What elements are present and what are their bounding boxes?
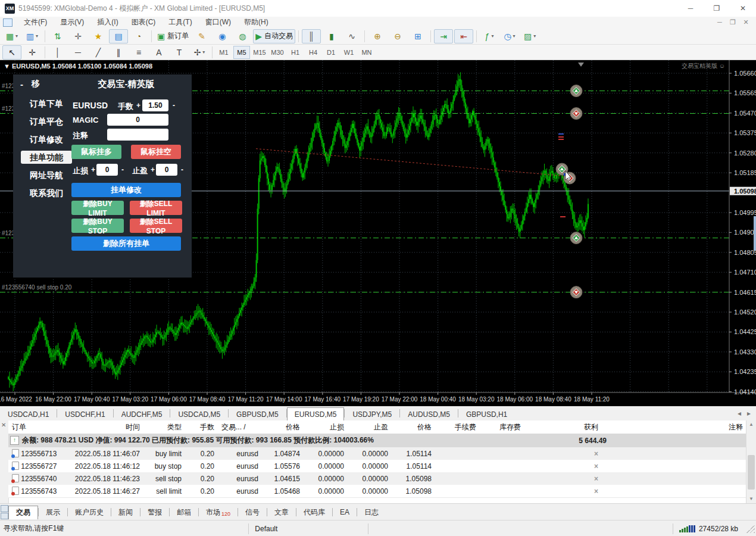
ea-menu-6[interactable]: 联系我们 (21, 186, 72, 200)
periods-button[interactable]: ◷▾ (500, 29, 519, 43)
column-header-1[interactable]: 订单 (8, 422, 65, 432)
terminal-button[interactable]: ▤ (109, 29, 128, 43)
order-row[interactable]: 1235567432022.05.18 11:46:27sell limit0.… (8, 485, 746, 498)
menu-2[interactable]: 显示(V) (54, 16, 90, 29)
mdi-minimize-icon[interactable]: ─ (713, 18, 726, 26)
tile-windows-button[interactable]: ⊞ (408, 29, 427, 43)
timeframe-mn[interactable]: MN (358, 46, 375, 59)
ea-mouse-buy-button[interactable]: 鼠标挂多 (71, 145, 121, 159)
ea-magic-input[interactable] (107, 114, 168, 126)
column-header-8[interactable]: 止盈 (348, 422, 392, 432)
tab-scroll-left-icon[interactable]: ◂ (735, 409, 744, 417)
timeframe-m1[interactable]: M1 (215, 46, 232, 59)
indicators-button[interactable]: ƒ▾ (480, 29, 499, 43)
resize-grip[interactable] (746, 525, 755, 533)
column-header-6[interactable]: 价格 (262, 422, 304, 432)
chart-tab-gbpusd-h1[interactable]: GBPUSD,H1 (458, 407, 515, 420)
dock-icon[interactable] (1, 505, 8, 519)
zoom-out-button[interactable]: ⊖ (388, 29, 407, 43)
bottom-tab-4[interactable]: 新闻 (111, 506, 140, 519)
bottom-tab-5[interactable]: 警报 (140, 506, 169, 519)
scrollbar-thumb[interactable] (748, 455, 755, 490)
column-header-4[interactable]: 手数 (185, 422, 218, 432)
order-row[interactable]: 1235567402022.05.18 11:46:23sell stop0.2… (8, 472, 746, 485)
column-header-12[interactable]: 获利 (524, 422, 602, 432)
ea-delete-buy-limit-button[interactable]: 删除BUY LIMIT (71, 201, 124, 215)
ea-sl-plus-button[interactable]: + (91, 166, 95, 174)
chart-shift-button[interactable]: ⇤ (454, 29, 473, 43)
tab-scroll-right-icon[interactable]: ▸ (744, 409, 754, 417)
symbol-quote-label[interactable]: ▼ EURUSD,M5 1.05084 1.05100 1.05084 1.05… (4, 63, 152, 70)
scroll-down-arrow[interactable]: ▼ (746, 495, 756, 503)
line-chart-button[interactable]: ∿ (342, 29, 361, 43)
ea-delete-sell-limit-button[interactable]: 删除SELL LIMIT (130, 201, 182, 215)
chart-tab-audchf-m5[interactable]: AUDCHF,M5 (114, 407, 170, 420)
auto-scroll-button[interactable]: ⇥ (434, 29, 453, 43)
mdi-close-icon[interactable]: ✕ (739, 18, 752, 26)
fibonacci-button[interactable]: ≡ (129, 45, 148, 60)
timeframe-m30[interactable]: M30 (269, 46, 286, 59)
minimize-button[interactable]: ─ (677, 1, 704, 17)
chart-tab-eurusd-m5[interactable]: EURUSD,M5 (287, 407, 345, 420)
bar-chart-button[interactable]: ║ (302, 29, 321, 43)
horizontal-line-button[interactable]: ─ (68, 45, 88, 60)
strategy-tester-button[interactable]: ◔ (129, 29, 148, 43)
menu-6[interactable]: 窗口(W) (199, 16, 238, 29)
chart-tab-gbpusd-m5[interactable]: GBPUSD,M5 (229, 407, 286, 420)
crosshair-tool-button[interactable]: ✛ (23, 45, 42, 60)
order-row[interactable]: 1235567132022.05.18 11:46:07buy limit0.2… (8, 447, 746, 460)
ea-menu-4[interactable]: 挂单功能 (21, 151, 72, 164)
column-header-3[interactable]: 类型 (143, 422, 185, 432)
chart-tab-usdjpy-m5[interactable]: USDJPY,M5 (345, 407, 399, 420)
ea-lots-plus-button[interactable]: + (136, 101, 140, 110)
dropdown-arrow-icon[interactable]: ▾ (513, 33, 516, 39)
menu-3[interactable]: 插入(I) (90, 16, 124, 29)
cursor-tool-button[interactable]: ↖ (2, 45, 21, 60)
column-header-10[interactable]: 手续费 (435, 422, 480, 432)
menu-1[interactable]: 文件(F) (17, 16, 54, 29)
text-label-button[interactable]: T (170, 45, 189, 60)
terminal-scrollbar[interactable]: ▲ ▼ (746, 420, 756, 503)
data-window-button[interactable]: ✛ (68, 29, 88, 43)
delete-order-button[interactable]: × (524, 475, 602, 483)
dropdown-arrow-icon[interactable]: ▾ (491, 33, 493, 39)
column-header-2[interactable]: 时间 (65, 422, 143, 432)
column-header-13[interactable]: 注释 (602, 422, 746, 432)
bottom-tab-6[interactable]: 邮箱 (170, 506, 198, 519)
chart-tab-audusd-m5[interactable]: AUDUSD,M5 (400, 407, 458, 420)
maximize-button[interactable]: ❐ (704, 1, 730, 17)
chart-tab-usdchf-h1[interactable]: USDCHF,H1 (57, 407, 113, 420)
mql-community-button[interactable]: ◉ (213, 29, 232, 43)
scroll-up-arrow[interactable]: ▲ (746, 420, 756, 429)
ea-tp-plus-button[interactable]: + (151, 166, 155, 174)
ea-delete-all-pending-button[interactable]: 删除所有挂单 (71, 236, 181, 251)
chart-scrollbar-thumb[interactable] (754, 216, 756, 251)
dropdown-arrow-icon[interactable]: ▾ (15, 33, 18, 39)
chart-tab-usdcad-h1[interactable]: USDCAD,H1 (0, 407, 57, 420)
ea-menu-1[interactable]: 订单下单 (21, 97, 72, 110)
zoom-in-button[interactable]: ⊕ (368, 29, 387, 43)
timeframe-m15[interactable]: M15 (251, 46, 268, 59)
mdi-child-icon[interactable] (3, 18, 13, 27)
text-button[interactable]: A (149, 45, 168, 60)
profiles-button[interactable]: ▥▾ (23, 29, 42, 43)
ea-minimize-button[interactable]: - (20, 79, 23, 89)
bottom-tab-9[interactable]: 文章 (267, 506, 296, 519)
dropdown-arrow-icon[interactable]: ▾ (36, 33, 38, 39)
news-speaker-button[interactable]: ◍ (233, 29, 252, 43)
bottom-tab-11[interactable]: EA (333, 506, 357, 519)
timeframe-w1[interactable]: W1 (340, 46, 357, 59)
column-header-11[interactable]: 库存费 (480, 422, 524, 432)
terminal-header-row[interactable]: 订单时间类型手数交易... /价格止损止盈价格手续费库存费获利注释 (8, 420, 746, 434)
timeframe-m5[interactable]: M5 (233, 46, 250, 59)
bottom-tab-1[interactable]: 交易 (8, 506, 38, 519)
column-header-9[interactable]: 价格 (392, 422, 435, 432)
bottom-tab-3[interactable]: 账户历史 (68, 506, 111, 519)
menu-4[interactable]: 图表(C) (125, 16, 163, 29)
ea-menu-2[interactable]: 订单平仓 (21, 115, 72, 128)
close-button[interactable]: ✕ (730, 1, 756, 17)
order-row[interactable]: 1235567272022.05.18 11:46:12buy stop0.20… (8, 460, 746, 473)
ea-comment-input[interactable] (107, 129, 168, 141)
ea-sl-minus-button[interactable]: - (121, 166, 124, 174)
candlestick-button[interactable]: ▮ (322, 29, 341, 43)
